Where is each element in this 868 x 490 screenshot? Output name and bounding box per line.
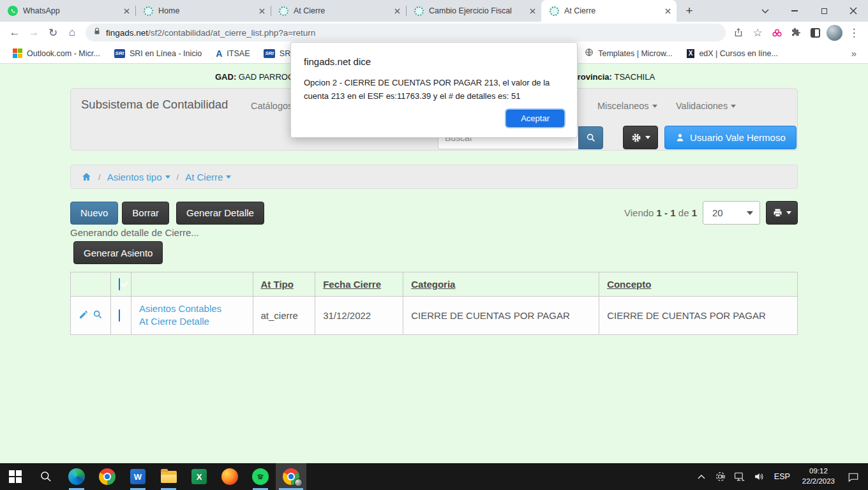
bookmark-itsae[interactable]: A ITSAE <box>211 47 255 60</box>
tab-whatsapp[interactable]: WhatsApp <box>0 0 135 22</box>
url-input[interactable]: fingads.net/sf2/contabilidad/at_cierre_l… <box>86 24 726 41</box>
close-window-button[interactable] <box>839 0 868 22</box>
status-message: Generando detalle de Cierre... <box>70 227 798 238</box>
records-table: At Tipo Fecha Cierre Categoria Concepto <box>70 272 798 335</box>
row-checkbox[interactable] <box>119 309 120 322</box>
app-title: Subsistema de Contabilidad <box>81 98 228 112</box>
language-indicator[interactable]: ESP <box>770 472 795 481</box>
address-bar: ← → ↻ ⌂ fingads.net/sf2/contabilidad/at_… <box>0 22 868 43</box>
page-size-select[interactable]: 20 <box>703 201 760 225</box>
user-menu-button[interactable]: Usuario Vale Hermoso <box>664 126 797 149</box>
borrar-button[interactable]: Borrar <box>122 202 169 225</box>
alert-dialog: fingads.net dice Opcion 2 - CIERRE DE CU… <box>290 42 578 138</box>
bookmark-outlook[interactable]: Outlook.com - Micr... <box>8 47 105 60</box>
alert-title: fingads.net dice <box>304 56 564 67</box>
start-button[interactable] <box>0 463 31 490</box>
cell-at-tipo: at_cierre <box>253 297 315 335</box>
breadcrumb-asientos-tipo[interactable]: Asientos tipo <box>107 172 170 182</box>
settings-button[interactable] <box>623 126 658 149</box>
tab-at-cierre-1[interactable]: At Cierre <box>271 0 406 22</box>
tab-home[interactable]: Home <box>135 0 271 22</box>
taskbar-firefox-button[interactable] <box>214 463 245 490</box>
tray-chevron-up-icon[interactable] <box>693 463 710 490</box>
tab-close-icon[interactable] <box>257 6 267 16</box>
cell-fecha-cierre: 31/12/2022 <box>315 297 403 335</box>
row-detail-link[interactable]: Asientos ContablesAt Cierre Detalle <box>139 303 221 327</box>
generar-detalle-button[interactable]: Generar Detalle <box>176 202 264 225</box>
col-concepto[interactable]: Concepto <box>599 272 798 297</box>
tab-at-cierre-active[interactable]: At Cierre <box>541 0 677 22</box>
network-icon[interactable] <box>731 463 748 490</box>
bookmarks-overflow-icon[interactable]: » <box>851 48 860 59</box>
chevron-down-icon <box>731 105 736 108</box>
breadcrumb-at-cierre[interactable]: At Cierre <box>185 172 231 182</box>
clock[interactable]: 09:1222/2/2023 <box>797 466 840 486</box>
meet-now-icon[interactable] <box>712 463 729 490</box>
accept-button[interactable]: Aceptar <box>506 110 564 127</box>
tab-close-icon[interactable] <box>392 6 402 16</box>
breadcrumb-home[interactable] <box>81 172 92 182</box>
taskbar-chrome-profile-button[interactable] <box>276 463 306 490</box>
pink-extension-icon[interactable] <box>768 23 786 42</box>
browser-menu-icon[interactable]: ⋮ <box>845 23 863 42</box>
taskbar-explorer-button[interactable] <box>153 463 184 490</box>
generar-asiento-button[interactable]: Generar Asiento <box>73 241 163 264</box>
minimize-button[interactable] <box>780 0 809 22</box>
bookmark-sri-inicio[interactable]: SRI SRI en Línea - Inicio <box>109 47 207 60</box>
list-toolbar: Nuevo Borrar Generar Detalle Viendo 1 - … <box>70 201 798 225</box>
extensions-puzzle-icon[interactable] <box>787 23 805 42</box>
forward-icon[interactable]: → <box>24 23 43 42</box>
tab-cambio-ejercicio[interactable]: Cambio Ejercicio Fiscal <box>406 0 541 22</box>
paging-status: Viendo 1 - 1 de 1 <box>624 207 697 218</box>
taskbar-excel-button[interactable]: X <box>184 463 214 490</box>
address-bar-actions: ☆ ⋮ <box>730 23 863 42</box>
browser-tab-strip: WhatsApp Home At Cierre Cambio Ejercicio… <box>0 0 868 22</box>
menu-miscelaneos[interactable]: Miscelaneos <box>597 101 657 111</box>
bookmark-edx[interactable]: X edX | Cursos en líne... <box>682 47 783 60</box>
gear-icon <box>631 133 641 143</box>
taskbar-edge-button[interactable] <box>61 463 92 490</box>
new-tab-button[interactable]: + <box>680 2 698 20</box>
tab-close-icon[interactable] <box>662 6 673 16</box>
sri-icon: SRI <box>114 49 125 58</box>
taskbar-search-button[interactable] <box>31 463 61 490</box>
menu-catalogos[interactable]: Catálogos <box>251 101 292 111</box>
firefox-icon <box>221 468 238 485</box>
col-categoria[interactable]: Categoria <box>403 272 599 297</box>
share-icon[interactable] <box>730 23 747 42</box>
maximize-button[interactable] <box>809 0 839 22</box>
edit-icon[interactable] <box>79 309 89 322</box>
col-at-tipo[interactable]: At Tipo <box>253 272 315 297</box>
browser-home-icon[interactable]: ⌂ <box>63 23 82 42</box>
bookmark-star-icon[interactable]: ☆ <box>749 23 767 42</box>
action-center-icon[interactable] <box>842 463 864 490</box>
volume-icon[interactable] <box>751 463 767 490</box>
tab-close-icon[interactable] <box>527 6 537 16</box>
taskbar: W X ESP 09:1222/2/2023 <box>0 463 868 490</box>
tab-search-chevron-icon[interactable] <box>751 0 780 22</box>
taskbar-word-button[interactable]: W <box>123 463 153 490</box>
tab-close-icon[interactable] <box>121 6 131 16</box>
bookmark-templates[interactable]: Templates | Microw... <box>580 46 677 61</box>
select-all-header <box>111 272 131 297</box>
taskbar-chrome-button[interactable] <box>92 463 123 490</box>
view-icon[interactable] <box>93 309 103 322</box>
fingads-favicon <box>414 6 424 16</box>
back-icon[interactable]: ← <box>5 23 24 42</box>
fingads-favicon <box>549 6 559 16</box>
printer-icon <box>772 208 783 218</box>
chevron-down-icon <box>747 211 753 215</box>
nuevo-button[interactable]: Nuevo <box>70 202 118 225</box>
menu-validaciones[interactable]: Validaciones <box>676 101 736 111</box>
col-fecha-cierre[interactable]: Fecha Cierre <box>315 272 403 297</box>
select-all-checkbox[interactable] <box>119 278 120 290</box>
url-text: fingads.net/sf2/contabilidad/at_cierre_l… <box>106 28 315 38</box>
reload-icon[interactable]: ↻ <box>43 23 63 42</box>
taskbar-spotify-button[interactable] <box>245 463 276 490</box>
split-screen-extension-icon[interactable] <box>806 23 824 42</box>
search-button[interactable] <box>578 126 603 149</box>
file-explorer-icon <box>161 471 177 483</box>
gad-text: GAD: GAD PARROQU <box>215 72 300 82</box>
print-button[interactable] <box>766 201 798 225</box>
profile-avatar[interactable] <box>827 25 842 41</box>
